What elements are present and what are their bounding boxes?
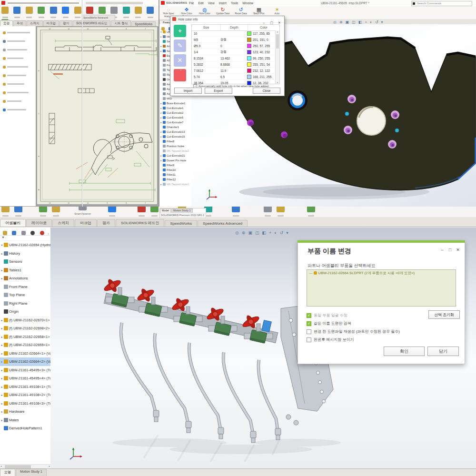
view-tool-icon[interactable]: ▾ [286,230,288,235]
tree-stub-row[interactable] [1,53,36,62]
close-icon[interactable]: ✕ [455,248,461,252]
tree-tab-icon[interactable] [30,231,35,235]
export-button[interactable]: Export [205,88,232,94]
assembly-tree-row[interactable]: Origin [0,307,50,316]
menu-item[interactable]: View [208,1,215,5]
view-tool-icon[interactable]: + [269,230,271,235]
col-depth[interactable]: Depth [221,25,248,30]
scroll-thumb[interactable] [276,34,279,49]
assembly-tree-row[interactable]: DerivedHolePattern1 [0,424,50,433]
expander-icon[interactable]: ▾ [0,243,4,247]
expander-icon[interactable]: ▸ [0,327,4,330]
option-checkbox[interactable] [307,313,311,318]
drawing-cm-tab[interactable]: 시트 형식 [111,20,131,26]
view-tool-icon[interactable]: ◫ [255,230,259,235]
assembly-tree-row[interactable]: Sensors [0,258,50,266]
feature-tree-row[interactable]: Position holes [159,144,191,149]
minimize-icon[interactable]: – [439,248,445,252]
feature-tree-row[interactable]: Fillet10 [159,168,191,172]
expander-icon[interactable]: ▸ [159,35,163,38]
option-row[interactable]: 완료후 메시지창 보이기 [307,336,426,344]
assembly-tree-row[interactable]: Right Plane [0,299,50,308]
scroll-down-icon[interactable]: ▼ [276,81,279,84]
toolbar-icon[interactable] [73,6,83,18]
model-tab[interactable]: Motion Study 1 [16,469,47,476]
menu-item[interactable]: File [189,1,194,5]
toolbar-icon[interactable] [38,207,49,217]
toolbar-icon[interactable] [136,207,147,217]
assembly-tree-row[interactable]: ▸ Mates [0,416,50,425]
feature-tree-row[interactable]: ▸ Boss-Extrude1 [159,101,191,106]
tree-stub-row[interactable] [1,70,36,79]
view-tool-icon[interactable]: ↺ [280,230,284,235]
drawing-cm-tab[interactable]: 도면 [0,20,13,26]
hole-row[interactable]: 5.74 6.5 168, 211, 255 [192,74,276,80]
expander-icon[interactable]: ▸ [159,135,163,138]
feature-tree-row[interactable]: ▸ Cut-Extrude2 [159,110,191,115]
toolbar-icon[interactable] [145,6,155,18]
tree-tab-icon[interactable] [12,231,16,235]
toolbar-icon[interactable] [275,207,286,217]
model-tab[interactable]: Motion Study 1 [171,208,193,213]
expander-icon[interactable]: ▸ [159,45,163,48]
toolbar-icon[interactable] [107,207,118,217]
expander-icon[interactable]: ▸ [159,102,163,105]
hole-row[interactable]: M5 관통 201, 151, 0 [192,37,276,43]
close-button[interactable]: Close [253,88,280,94]
hole-row[interactable]: 10 117, 255, 85 [192,30,276,37]
view-tool-icon[interactable]: ⊕ [339,20,343,24]
tree-stub-row[interactable] [1,88,36,96]
expander-icon[interactable]: ▸ [0,385,4,388]
expander-icon[interactable]: ▸ [0,277,4,280]
tree-tabs-more-icon[interactable]: › [48,232,49,236]
expander-icon[interactable]: ▸ [159,159,163,162]
scroll-left-icon[interactable]: ◂ [0,465,2,467]
view-tool-icon[interactable]: ◫ [352,20,356,24]
tree-tab-icon[interactable] [40,231,44,235]
col-color[interactable]: Color [248,25,279,30]
component-listbox[interactable]: — UBW-21162-02664.SLDPRT (2개 부품으로 사용 <0개… [307,269,456,307]
view-tool-icon[interactable]: ▣ [248,230,252,235]
col-size[interactable]: Size [192,25,221,30]
drawing-cm-tab[interactable]: 스케치 [27,20,43,26]
assembly-cm-tab[interactable]: SpeedWorks [165,220,197,227]
view-tool-icon[interactable]: ▾ [381,20,383,24]
assembly-tree-row[interactable]: ▸ UBW-21161-49108<1> (Tube Clam [0,383,50,391]
option-checkbox[interactable] [307,321,311,326]
option-checkbox[interactable] [307,337,311,342]
maximize-icon[interactable]: □ [447,248,453,252]
tree-stub-row[interactable] [1,96,36,105]
expander-icon[interactable]: ▸ [159,107,163,109]
menu-item[interactable]: Edit [198,1,203,5]
assembly-tree-row[interactable]: ▸ UBW-21161-45495<4> (Tube Clam [0,374,50,383]
assembly-tree-row[interactable]: ▸ UBW-21162-02664<2> (Valve Brac [0,357,50,366]
expander-icon[interactable]: ▸ [159,121,163,124]
assembly-tree-row[interactable]: Top Plane [0,291,50,299]
feature-tree-row[interactable]: ▸ Dowel Pin Hole [159,158,191,163]
expander-icon[interactable]: ▸ [0,335,4,338]
feature-tree-row[interactable]: ▸ Cut-Extrude1 [159,106,191,110]
view-tool-icon[interactable]: ◧ [358,20,362,24]
drawing-cm-tab[interactable]: 주석 [13,20,26,26]
drawing-cm-tab[interactable]: 평가 [60,20,72,26]
view-tool-icon[interactable]: + [365,20,367,24]
menu-item[interactable]: Tools [231,1,238,5]
feature-tree-row[interactable]: Fillet8 [159,139,191,144]
assembly-tree-row[interactable]: Front Plane [0,283,50,291]
assembly-tree-row[interactable]: ▸ UBW-21161-49108<3> (Tube Clam [0,399,50,408]
search-commands-box[interactable]: Search Commands [411,1,472,6]
reset-selection-button[interactable]: 선택 초기화 [428,310,460,319]
toolbar-icon[interactable] [306,207,317,217]
assembly-tree-row[interactable]: ▸ UBW-21161-49108<2> (Tube Clam [0,391,50,399]
tree-tab-icon[interactable] [21,231,26,235]
tree-stub-row[interactable] [1,28,36,36]
expander-icon[interactable]: ▸ [159,111,163,114]
toolbar-icon[interactable] [262,207,273,217]
expander-icon[interactable]: ▸ [159,50,163,52]
tree-stub-row[interactable] [1,45,36,53]
drawing-sheet-area[interactable]: 121110 987 121110 987 DCBA [36,26,159,206]
view-tool-icon[interactable]: ↺ [375,20,378,24]
toolbar-icon[interactable] [24,6,34,18]
assembly-viewport[interactable]: ◎⊕▣◫◧+◐↺▾ – □ ✕ 부품 이름 변경 파트나 어셈블리 부품을 선택… [50,228,476,469]
assembly-cm-tab[interactable]: 스케치 [52,219,74,227]
